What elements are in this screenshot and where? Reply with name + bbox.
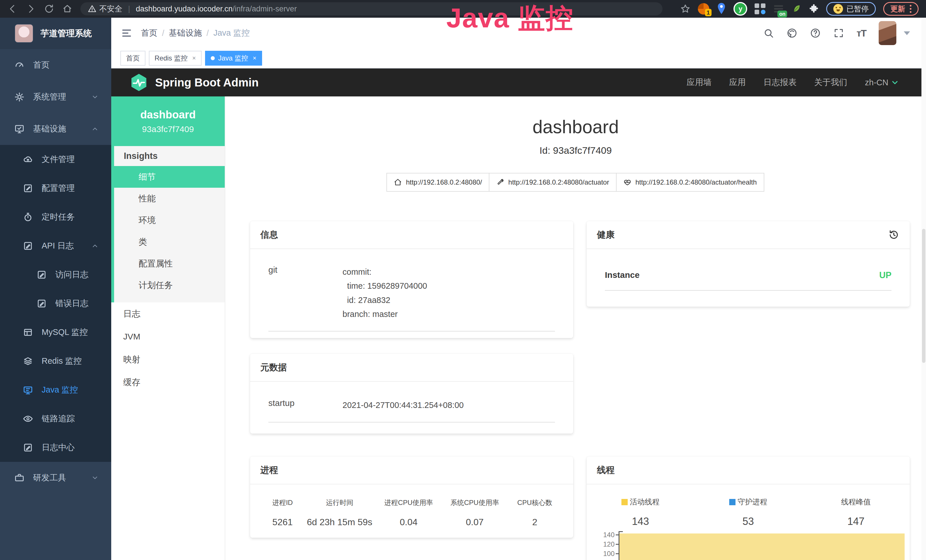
sidebar-item-java-monitor[interactable]: Java 监控	[0, 375, 111, 404]
github-icon[interactable]	[787, 28, 797, 38]
address-bar[interactable]: 不安全 | dashboard.yudao.iocoder.cn/infra/a…	[80, 2, 663, 15]
sba-item-environment[interactable]: 环境	[114, 209, 225, 231]
breadcrumb-home[interactable]: 首页	[141, 27, 157, 39]
sba-instance-header[interactable]: dashboard 93a3fc7f7409	[111, 97, 225, 146]
breadcrumb-section[interactable]: 基础设施	[169, 27, 202, 39]
sba-item-scheduled-tasks[interactable]: 计划任务	[114, 274, 225, 296]
app-logo-row[interactable]: 芋道管理系统	[0, 18, 111, 49]
y-tick-120: 120	[598, 540, 614, 548]
help-icon[interactable]	[810, 28, 821, 38]
extension-orange-icon[interactable]: 1	[698, 3, 709, 15]
metadata-card: 元数据 startup 2021-04-27T00:44:31.254+08:0…	[250, 354, 573, 434]
threads-card: 线程 活动线程 143 守护进程 53 线程峰值 147 140 120 100	[587, 456, 910, 560]
tab-java-monitor[interactable]: Java 监控 ×	[205, 51, 262, 66]
service-url-link[interactable]: http://192.168.0.2:48080/	[386, 173, 489, 192]
font-size-icon[interactable]: тT	[857, 28, 866, 39]
sba-nav-about[interactable]: 关于我们	[814, 77, 847, 88]
tab-home[interactable]: 首页	[120, 51, 145, 66]
browser-reload-icon[interactable]	[44, 4, 54, 14]
sba-nav-wall[interactable]: 应用墙	[687, 77, 711, 88]
browser-forward-icon[interactable]	[26, 4, 36, 14]
y-tick-140: 140	[598, 531, 614, 539]
sba-nav-applications[interactable]: 应用	[729, 77, 746, 88]
sba-item-caches[interactable]: 缓存	[111, 371, 225, 394]
browser-back-icon[interactable]	[8, 4, 18, 14]
sba-nav-journal[interactable]: 日志报表	[763, 77, 796, 88]
warning-icon	[88, 5, 96, 13]
sba-item-config-props[interactable]: 配置属性	[114, 253, 225, 274]
not-secure-chip[interactable]: 不安全	[88, 4, 123, 14]
actuator-url-link[interactable]: http://192.168.0.2:48080/actuator	[489, 173, 617, 192]
cloud-upload-icon	[23, 154, 33, 165]
sba-locale-select[interactable]: zh-CN	[865, 78, 899, 87]
tab-close-icon[interactable]: ×	[192, 54, 196, 62]
process-table-values: 5261 6d 23h 15m 59s 0.04 0.07 2	[262, 507, 562, 527]
scrollbar-thumb[interactable]	[922, 229, 925, 363]
profile-paused-pill[interactable]: 已暂停	[826, 2, 876, 16]
sba-locale-label: zh-CN	[865, 78, 888, 87]
user-avatar[interactable]	[879, 21, 896, 45]
legend-peak-threads: 线程峰值 147	[802, 497, 910, 527]
y-extension-icon[interactable]: y	[734, 2, 747, 16]
url-domain: dashboard.yudao.iocoder.cn	[136, 5, 232, 13]
sidebar-item-config-mgmt[interactable]: 配置管理	[0, 174, 111, 203]
sidebar-item-scheduled-jobs[interactable]: 定时任务	[0, 203, 111, 232]
fullscreen-icon[interactable]	[833, 28, 844, 38]
leaf-extension-icon[interactable]	[792, 3, 801, 15]
chrome-update-button[interactable]: 更新	[883, 2, 918, 16]
sidebar-item-mysql-monitor[interactable]: MySQL 监控	[0, 318, 111, 347]
sidebar-item-label: 错误日志	[55, 298, 88, 309]
y-extension-letter: y	[738, 5, 742, 13]
spring-boot-admin-logo[interactable]	[130, 73, 148, 92]
sidebar-item-infrastructure[interactable]: 基础设施	[0, 113, 111, 145]
tab-redis-monitor[interactable]: Redis 监控 ×	[149, 51, 202, 66]
sba-item-metrics[interactable]: 性能	[114, 188, 225, 209]
sba-brand-title[interactable]: Spring Boot Admin	[155, 76, 259, 89]
sba-nav-links: 应用墙 应用 日志报表 关于我们 zh-CN	[687, 77, 899, 88]
sidebar-item-tracing[interactable]: 链路追踪	[0, 404, 111, 433]
sba-item-details[interactable]: 细节	[114, 166, 225, 188]
sba-item-logging[interactable]: 日志	[111, 303, 225, 325]
hamburger-icon[interactable]	[120, 28, 133, 38]
search-icon[interactable]	[763, 28, 774, 38]
val-uptime: 6d 23h 15m 59s	[303, 517, 375, 527]
sba-main-content: dashboard Id: 93a3fc7f7409 http://192.16…	[225, 97, 926, 560]
profile-avatar-emoji	[833, 4, 843, 14]
tab-close-icon[interactable]: ×	[253, 54, 256, 62]
insights-section-label: Insights	[114, 146, 225, 166]
instance-name: dashboard	[140, 109, 196, 121]
puzzle-extension-icon[interactable]	[809, 3, 819, 14]
page-scrollbar[interactable]	[921, 18, 926, 560]
browser-home-icon[interactable]	[62, 4, 73, 14]
sidebar-item-access-log[interactable]: 访问日志	[0, 260, 111, 289]
threads-legend: 活动线程 143 守护进程 53 线程峰值 147	[587, 497, 910, 527]
bookmark-star-icon[interactable]	[680, 4, 690, 14]
sidebar-item-system-mgmt[interactable]: 系统管理	[0, 81, 111, 113]
sidebar-item-dev-tools[interactable]: 研发工具	[0, 462, 111, 494]
health-url-text: http://192.168.0.2:48080/actuator/health	[635, 178, 757, 186]
pin-extension-icon[interactable]	[717, 2, 726, 16]
service-url-text: http://192.168.0.2:48080/	[406, 178, 482, 186]
sidebar-item-file-mgmt[interactable]: 文件管理	[0, 145, 111, 174]
onoff-extension-icon[interactable]: on	[773, 3, 784, 15]
java-monitor-icon	[23, 385, 33, 395]
health-url-link[interactable]: http://192.168.0.2:48080/actuator/health	[616, 173, 764, 192]
daemon-threads-swatch	[729, 499, 735, 505]
history-icon[interactable]	[888, 229, 899, 241]
sba-item-jvm[interactable]: JVM	[111, 325, 225, 348]
sidebar-item-home[interactable]: 首页	[0, 49, 111, 81]
browser-menu-icon[interactable]	[910, 5, 911, 13]
sidebar-item-log-center[interactable]: 日志中心	[0, 433, 111, 462]
sidebar-item-label: 系统管理	[33, 91, 66, 103]
grid-extension-icon[interactable]	[755, 3, 766, 14]
sba-item-classes[interactable]: 类	[114, 231, 225, 253]
sidebar-item-api-log[interactable]: API 日志	[0, 232, 111, 260]
health-key: Instance	[605, 270, 640, 280]
sidebar-item-redis-monitor[interactable]: Redis 监控	[0, 347, 111, 375]
sba-item-mappings[interactable]: 映射	[111, 348, 225, 371]
log-pen-icon	[36, 269, 47, 280]
chevron-up-icon	[91, 242, 99, 250]
app-title: 芋道管理系统	[41, 28, 92, 39]
avatar-caret-icon[interactable]	[904, 31, 910, 35]
sidebar-item-error-log[interactable]: 错误日志	[0, 289, 111, 318]
